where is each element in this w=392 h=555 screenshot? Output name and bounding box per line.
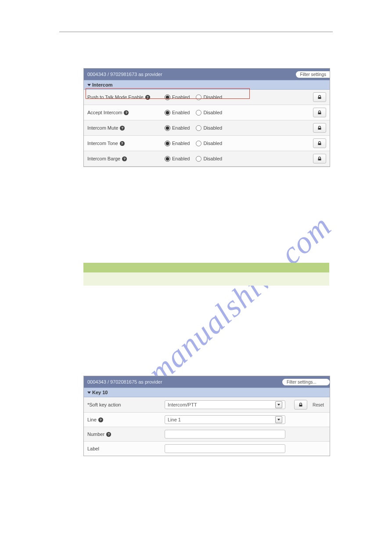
radio-enabled-label: Enabled <box>172 156 190 161</box>
number-input[interactable] <box>165 430 285 439</box>
top-horizontal-rule <box>59 32 333 32</box>
chevron-down-icon <box>87 392 91 394</box>
chevron-down-icon <box>87 84 91 86</box>
row-intercom-tone: Intercom Tone ? Enabled Disabled <box>84 136 330 151</box>
radio-disabled-label: Disabled <box>203 94 222 100</box>
select-value: Intercom/PTT <box>168 402 197 407</box>
lock-icon <box>317 126 322 130</box>
lock-button[interactable] <box>313 92 326 102</box>
filter-settings-pill[interactable]: Filter settings <box>296 71 330 78</box>
radio-enabled-label: Enabled <box>172 94 190 100</box>
lock-icon <box>317 141 322 145</box>
radio-enabled[interactable]: Enabled <box>165 94 190 100</box>
row-label-text: *Soft key action <box>87 402 121 407</box>
section-header-key10[interactable]: Key 10 <box>84 388 330 397</box>
panel-title: 0004343 / 9702081675 as provider <box>87 379 162 385</box>
help-icon[interactable]: ? <box>145 95 150 100</box>
radio-enabled[interactable]: Enabled <box>165 125 190 131</box>
radio-disabled[interactable]: Disabled <box>196 141 222 146</box>
radio-enabled[interactable]: Enabled <box>165 156 190 162</box>
row-label-text: Number <box>87 432 104 437</box>
row-label-text: Push to Talk Mode Enable <box>87 94 144 100</box>
radio-disabled-label: Disabled <box>203 110 222 115</box>
row-intercom-barge: Intercom Barge ? Enabled Disabled <box>84 151 330 167</box>
radio-disabled-label: Disabled <box>203 125 222 131</box>
radio-disabled-label: Disabled <box>203 141 222 146</box>
row-label-text: Intercom Barge <box>87 156 120 161</box>
green-bar-light <box>83 272 329 286</box>
radio-enabled[interactable]: Enabled <box>165 110 190 116</box>
lock-button[interactable] <box>313 138 326 148</box>
row-line: Line ? Line 1 <box>84 413 330 427</box>
row-softkey-label: Label <box>84 442 330 456</box>
row-soft-key-action: *Soft key action Intercom/PTT Reset <box>84 397 330 413</box>
help-icon[interactable]: ? <box>122 156 127 161</box>
soft-key-action-select[interactable]: Intercom/PTT <box>165 400 285 409</box>
row-push-to-talk: Push to Talk Mode Enable ? Enabled Disab… <box>84 90 330 105</box>
panel-title: 0004343 / 9702981673 as provider <box>87 72 162 77</box>
row-accept-intercom: Accept Intercom ? Enabled Disabled <box>84 105 330 120</box>
help-icon[interactable]: ? <box>124 110 129 115</box>
radio-enabled-label: Enabled <box>172 125 190 131</box>
line-select[interactable]: Line 1 <box>165 415 285 424</box>
row-label-text: Line <box>87 417 97 422</box>
help-icon[interactable]: ? <box>120 126 125 131</box>
radio-disabled[interactable]: Disabled <box>196 94 222 100</box>
lock-icon <box>298 403 303 407</box>
filter-settings-pill[interactable]: Filter settings... <box>282 379 330 385</box>
select-value: Line 1 <box>168 417 181 422</box>
help-icon[interactable]: ? <box>120 141 125 146</box>
lock-icon <box>317 110 322 115</box>
radio-disabled[interactable]: Disabled <box>196 156 222 162</box>
row-intercom-mute: Intercom Mute ? Enabled Disabled <box>84 120 330 136</box>
radio-enabled-label: Enabled <box>172 110 190 115</box>
green-bar-dark <box>83 263 329 272</box>
lock-button[interactable] <box>313 123 326 133</box>
softkey-settings-panel: 0004343 / 9702081675 as provider Filter … <box>83 376 330 456</box>
help-icon[interactable]: ? <box>98 417 103 422</box>
help-icon[interactable]: ? <box>106 432 111 437</box>
section-header-intercom[interactable]: Intercom <box>84 80 330 90</box>
dropdown-arrow-icon <box>275 416 282 423</box>
intercom-settings-panel: 0004343 / 9702981673 as provider Filter … <box>83 68 330 167</box>
radio-enabled-label: Enabled <box>172 141 190 146</box>
lock-icon <box>317 95 322 99</box>
radio-disabled[interactable]: Disabled <box>196 110 222 116</box>
dropdown-arrow-icon <box>275 401 282 408</box>
row-label-text: Intercom Mute <box>87 125 118 131</box>
watermark-text: manualshive.com <box>141 208 339 392</box>
radio-disabled[interactable]: Disabled <box>196 125 222 131</box>
lock-icon <box>317 156 322 161</box>
lock-button[interactable] <box>313 108 326 117</box>
lock-button[interactable] <box>313 154 326 163</box>
radio-disabled-label: Disabled <box>203 156 222 161</box>
section-label: Key 10 <box>92 390 108 395</box>
panel-titlebar: 0004343 / 9702081675 as provider Filter … <box>84 376 330 388</box>
section-label: Intercom <box>92 82 112 87</box>
row-number: Number ? <box>84 427 330 442</box>
label-input[interactable] <box>165 444 285 453</box>
row-label-text: Accept Intercom <box>87 110 122 115</box>
reset-link[interactable]: Reset <box>312 403 325 407</box>
panel-titlebar: 0004343 / 9702981673 as provider Filter … <box>84 69 330 80</box>
radio-enabled[interactable]: Enabled <box>165 141 190 146</box>
row-label-text: Intercom Tone <box>87 141 118 146</box>
row-label-text: Label <box>87 446 99 451</box>
lock-button[interactable] <box>294 400 307 410</box>
